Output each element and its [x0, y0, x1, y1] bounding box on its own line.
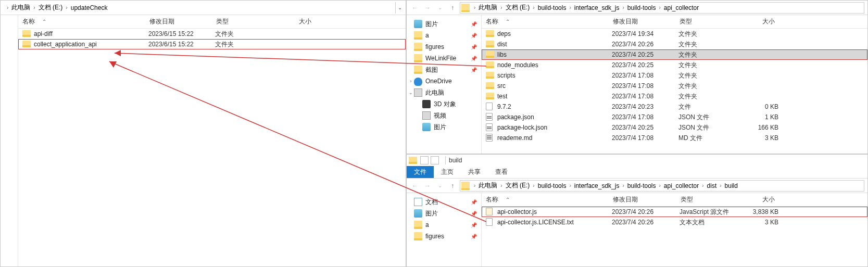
breadcrumb-segment[interactable]: interface_sdk_js [573, 182, 621, 189]
breadcrumb-segment[interactable]: 文档 (E:) [505, 181, 531, 190]
column-header-type[interactable]: 类型 [676, 193, 738, 206]
folder-icon [486, 61, 494, 69]
nav-back-button[interactable]: ← [409, 2, 421, 14]
file-row[interactable]: package-lock.json2023/7/4 20:25JSON 文件16… [482, 122, 867, 133]
tree-item[interactable]: 3D 对象 [407, 98, 481, 110]
ribbon-tab-home[interactable]: 主页 [434, 166, 461, 178]
tree-item[interactable]: figures📌 [407, 231, 481, 242]
file-row[interactable]: reademe.md2023/7/4 17:08MD 文件3 KB [482, 133, 867, 143]
qat-button[interactable] [431, 156, 439, 164]
column-header-name[interactable]: 名称 ⌃ [482, 15, 609, 28]
file-size: 1 KB [736, 113, 783, 121]
breadcrumb-segment[interactable]: build-tools [537, 182, 568, 189]
breadcrumb-segment[interactable]: updateCheck [70, 4, 109, 11]
breadcrumb-segment[interactable]: api_collector [663, 182, 700, 189]
nav-up-button[interactable]: ↑ [446, 2, 459, 14]
tree-item[interactable]: 图片 [407, 121, 481, 133]
breadcrumb-segment[interactable]: 文档 (E:) [505, 3, 531, 12]
file-list: 名称 ⌃ 修改日期 类型 大小 api-collector.js2023/7/4… [482, 193, 867, 266]
nav-forward-button[interactable]: → [421, 2, 434, 14]
nav-recent-button[interactable]: ⌄ [434, 2, 446, 14]
file-row[interactable]: node_modules2023/7/4 20:25文件夹 [482, 60, 867, 70]
folder-icon [486, 40, 494, 48]
tree-item[interactable]: ›OneDrive [407, 75, 481, 87]
column-header-size[interactable]: 大小 [269, 15, 316, 28]
breadcrumb-segment[interactable]: build-tools [537, 4, 568, 11]
nav-forward-button[interactable]: → [421, 180, 434, 192]
nav-up-button[interactable]: ↑ [446, 180, 459, 192]
breadcrumb-segment[interactable]: interface_sdk_js [573, 4, 621, 11]
column-header-size[interactable]: 大小 [733, 15, 779, 28]
tree-item[interactable]: 文档📌 [407, 196, 481, 208]
file-date: 2023/6/15 15:22 [148, 41, 215, 48]
column-header-date[interactable]: 修改日期 [145, 15, 212, 28]
file-row[interactable]: libs2023/7/4 20:25文件夹 [482, 49, 867, 60]
tree-item-label: 视频 [434, 111, 446, 120]
ribbon-tab-file[interactable]: 文件 [407, 166, 434, 178]
tree-item[interactable]: 图片📌 [407, 18, 481, 30]
tree-item-label: 此电脑 [425, 88, 444, 97]
breadcrumb-segment[interactable]: 此电脑 [477, 3, 498, 12]
folder-icon [414, 31, 422, 40]
tree-item[interactable]: 截图📌 [407, 64, 481, 75]
file-row[interactable]: api-diff2023/6/15 15:22文件夹 [18, 29, 406, 39]
file-row[interactable]: test2023/7/4 17:08文件夹 [482, 91, 867, 101]
quick-access-toolbar [420, 156, 439, 164]
file-type: 文件夹 [678, 82, 736, 91]
file-row[interactable]: src2023/7/4 17:08文件夹 [482, 81, 867, 91]
chevron-right-icon: › [5, 5, 10, 10]
column-header-type[interactable]: 类型 [212, 15, 269, 28]
expander-icon[interactable]: ⌄ [408, 90, 414, 95]
breadcrumb-segment[interactable]: 此电脑 [477, 181, 498, 190]
file-row[interactable]: 9.7.22023/7/4 20:23文件0 KB [482, 101, 867, 112]
breadcrumb-bar[interactable]: › 此电脑 › 文档 (E:) › build-tools › interfac… [460, 180, 864, 192]
tree-item[interactable]: ⌄此电脑 [407, 87, 481, 98]
nav-recent-button[interactable]: ⌄ [434, 180, 446, 192]
column-header-date[interactable]: 修改日期 [609, 15, 675, 28]
column-header-name[interactable]: 名称 ⌃ [482, 193, 609, 206]
tree-item-label: a [425, 32, 429, 39]
ribbon-tab-view[interactable]: 查看 [488, 166, 515, 178]
column-header-name[interactable]: 名称 ⌃ [18, 15, 145, 28]
file-row[interactable]: package.json2023/7/4 17:08JSON 文件1 KB [482, 112, 867, 122]
file-row[interactable]: dist2023/7/4 20:26文件夹 [482, 39, 867, 49]
tree-item[interactable]: a📌 [407, 219, 481, 231]
address-bar: ← → ⌄ ↑ › 此电脑 › 文档 (E:) › build-tools › … [407, 179, 867, 193]
breadcrumb-segment[interactable]: build-tools [626, 4, 657, 11]
breadcrumb-segment[interactable]: build [724, 182, 739, 189]
breadcrumb-segment[interactable]: 文档 (E:) [37, 3, 64, 12]
breadcrumb-bar[interactable]: › 此电脑 › 文档 (E:) › updateCheck [4, 2, 394, 14]
expander-icon[interactable]: › [408, 79, 414, 84]
column-header-size[interactable]: 大小 [738, 193, 779, 206]
file-row[interactable]: scripts2023/7/4 17:08文件夹 [482, 70, 867, 81]
tree-item[interactable]: figures📌 [407, 41, 481, 53]
file-list: 名称 ⌃ 修改日期 类型 大小 deps2023/7/4 19:34文件夹dis… [482, 15, 867, 154]
file-row[interactable]: api-collector.js.LICENSE.txt2023/7/4 20:… [482, 217, 867, 227]
docs-icon [414, 198, 422, 206]
chevron-right-icon: › [718, 183, 723, 188]
breadcrumb-segment[interactable]: dist [706, 182, 718, 189]
tree-item[interactable]: 视频 [407, 110, 481, 121]
file-date: 2023/7/4 20:26 [612, 41, 678, 48]
pin-icon: 📌 [471, 222, 477, 228]
tree-item[interactable]: a📌 [407, 30, 481, 41]
video-icon [422, 111, 431, 120]
file-row[interactable]: collect_application_api2023/6/15 15:22文件… [18, 39, 406, 49]
tree-item-label: 3D 对象 [434, 100, 456, 109]
column-header-date[interactable]: 修改日期 [609, 193, 676, 206]
address-dropdown-button[interactable]: ⌄ [395, 2, 404, 14]
ribbon-tab-share[interactable]: 共享 [461, 166, 488, 178]
file-row[interactable]: deps2023/7/4 19:34文件夹 [482, 29, 867, 39]
file-row[interactable]: api-collector.js2023/7/4 20:26JavaScript… [482, 207, 867, 217]
qat-button[interactable] [420, 156, 429, 164]
breadcrumb-segment[interactable]: 此电脑 [10, 3, 31, 12]
breadcrumb-bar[interactable]: › 此电脑 › 文档 (E:) › build-tools › interfac… [460, 2, 864, 14]
breadcrumb-segment[interactable]: api_collector [663, 4, 700, 11]
file-icon [486, 134, 494, 142]
breadcrumb-segment[interactable]: build-tools [626, 182, 657, 189]
column-header-type[interactable]: 类型 [675, 15, 733, 28]
ribbon-tabs: 文件 主页 共享 查看 [407, 166, 867, 179]
tree-item[interactable]: WeLinkFile📌 [407, 53, 481, 64]
tree-item[interactable]: 图片📌 [407, 208, 481, 219]
nav-back-button[interactable]: ← [409, 180, 421, 192]
